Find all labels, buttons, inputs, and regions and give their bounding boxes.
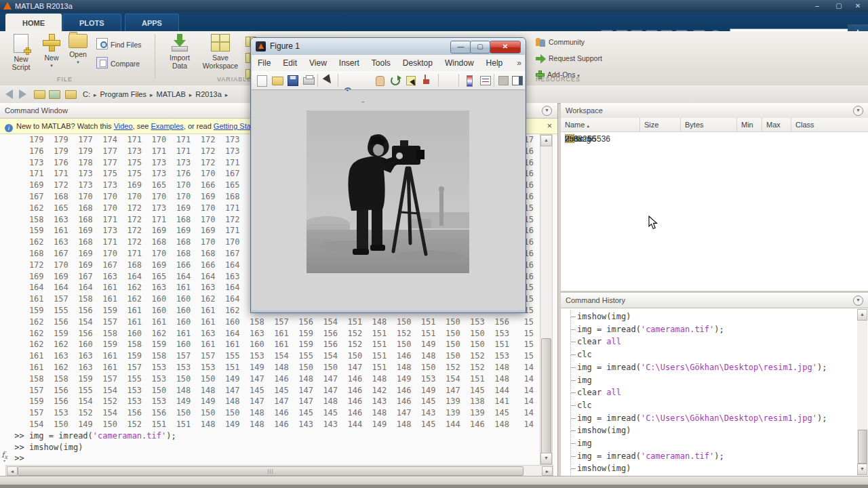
history-item[interactable]: img bbox=[577, 437, 855, 450]
history-item[interactable]: img bbox=[577, 374, 855, 387]
command-history-scrollbar[interactable]: ▲ ▼ bbox=[857, 309, 867, 475]
rotate-3d-icon[interactable] bbox=[389, 75, 401, 86]
scrollbar-thumb[interactable]: ||| bbox=[18, 466, 524, 476]
workspace-column-name[interactable]: Name ▴ bbox=[561, 118, 640, 131]
browse-folder-icon[interactable] bbox=[49, 90, 60, 99]
history-item[interactable]: clear all bbox=[577, 386, 855, 399]
history-item[interactable]: imshow(img) bbox=[577, 424, 855, 437]
insert-colorbar-icon[interactable] bbox=[463, 75, 475, 86]
history-item[interactable]: imshow(img) bbox=[577, 462, 855, 475]
figure-minimize-button[interactable]: — bbox=[450, 41, 471, 54]
scroll-right-icon[interactable]: ► bbox=[542, 466, 553, 476]
new-figure-icon[interactable] bbox=[256, 75, 267, 86]
history-item[interactable]: img = imread('cameraman.tif'); bbox=[577, 323, 855, 336]
figure-menu-view[interactable]: View bbox=[303, 55, 333, 71]
tab-apps[interactable]: APPS bbox=[125, 14, 179, 32]
workspace-column-min[interactable]: Min bbox=[737, 118, 762, 131]
open-file-icon[interactable] bbox=[271, 75, 283, 86]
figure-menu-help[interactable]: Help bbox=[480, 55, 509, 71]
history-item[interactable]: clc bbox=[577, 348, 855, 361]
figure-menu-tools[interactable]: Tools bbox=[366, 55, 397, 71]
workspace-column-size[interactable]: Size bbox=[640, 118, 681, 131]
data-cursor-icon[interactable] bbox=[405, 75, 416, 86]
scroll-down-icon[interactable]: ▼ bbox=[540, 453, 552, 464]
forward-arrow-icon[interactable] bbox=[19, 89, 26, 99]
breadcrumb-separator: ▸ bbox=[150, 92, 153, 98]
pan-icon[interactable] bbox=[374, 75, 385, 86]
history-item[interactable]: img = imread('cameraman.tif'); bbox=[577, 450, 855, 463]
print-figure-icon[interactable] bbox=[302, 75, 314, 86]
tab-home[interactable]: HOME bbox=[5, 14, 62, 32]
panel-menu-icon[interactable]: ▼ bbox=[853, 106, 863, 116]
history-item[interactable]: img = imread('C:\Users\Gökhan\Desktop\re… bbox=[577, 412, 855, 425]
figure-close-button[interactable]: ✕ bbox=[490, 41, 521, 54]
fx-function-hint-icon[interactable]: fx▾ bbox=[1, 450, 7, 463]
command-window-vertical-scrollbar[interactable]: ▲ ▼ bbox=[540, 134, 553, 465]
compare-button[interactable]: Compare bbox=[96, 57, 140, 69]
request-support-icon bbox=[536, 54, 546, 63]
command-history-header[interactable]: Command History ▼ bbox=[561, 293, 868, 308]
tab-plots[interactable]: PLOTS bbox=[62, 14, 121, 32]
toolbar-separator bbox=[458, 74, 459, 87]
window-minimize-button[interactable]: – bbox=[808, 1, 826, 11]
save-figure-icon[interactable] bbox=[287, 75, 298, 86]
brush-icon[interactable] bbox=[420, 75, 432, 86]
banner-close-icon[interactable]: × bbox=[547, 119, 552, 134]
edit-plot-icon[interactable] bbox=[322, 75, 334, 86]
figure-menu-insert[interactable]: Insert bbox=[333, 55, 366, 71]
history-item[interactable]: img = imread('C:\Users\Gökhan\Desktop\re… bbox=[577, 361, 855, 374]
breadcrumb-item[interactable]: R2013a bbox=[195, 90, 222, 98]
open-button[interactable]: Open▾ bbox=[65, 34, 91, 66]
figure-title-bar[interactable]: Figure 1 — ▢ ✕ bbox=[251, 38, 526, 55]
insert-legend-icon[interactable] bbox=[479, 75, 490, 86]
save-workspace-icon bbox=[211, 34, 230, 52]
info-icon: i bbox=[5, 124, 13, 132]
workspace-column-max[interactable]: Max bbox=[762, 118, 791, 131]
community-button[interactable]: Community bbox=[536, 37, 585, 49]
scroll-down-icon[interactable]: ▼ bbox=[857, 464, 867, 475]
figure-menu-window[interactable]: Window bbox=[439, 55, 480, 71]
figure-menu-file[interactable]: File bbox=[252, 55, 277, 71]
scroll-left-icon[interactable]: ◄ bbox=[7, 466, 18, 476]
window-maximize-button[interactable]: ▢ bbox=[830, 1, 848, 11]
new-script-button[interactable]: NewScript bbox=[5, 34, 37, 71]
save-workspace-button[interactable]: SaveWorkspace bbox=[199, 34, 241, 70]
breadcrumb: C:▸Program Files▸MATLAB▸R2013a▸ bbox=[81, 85, 230, 104]
cameraman-image bbox=[307, 110, 469, 273]
toolbar-separator bbox=[317, 74, 318, 87]
request-support-button[interactable]: Request Support bbox=[536, 53, 602, 65]
breadcrumb-item[interactable]: Program Files bbox=[100, 90, 146, 98]
history-item[interactable]: clear all bbox=[577, 336, 855, 348]
matlab-logo-icon bbox=[3, 2, 12, 9]
workspace-variable-row[interactable]: img256x256655367253uint8 bbox=[561, 133, 868, 145]
find-files-button[interactable]: Find Files bbox=[96, 38, 142, 50]
scroll-up-icon[interactable]: ▲ bbox=[540, 135, 552, 146]
hide-plot-tools-icon[interactable] bbox=[497, 75, 509, 86]
breadcrumb-item[interactable]: MATLAB bbox=[157, 90, 186, 98]
scrollbar-thumb[interactable] bbox=[541, 338, 551, 453]
window-close-button[interactable]: ✕ bbox=[849, 1, 867, 11]
history-item[interactable]: imshow(img) bbox=[577, 310, 855, 323]
figure-maximize-button[interactable]: ▢ bbox=[470, 41, 490, 54]
panel-menu-icon[interactable]: ▼ bbox=[542, 106, 552, 116]
up-folder-icon[interactable] bbox=[34, 90, 45, 99]
breadcrumb-item[interactable]: C: bbox=[83, 90, 90, 98]
workspace-column-headers: Name ▴SizeBytesMinMaxClass bbox=[561, 118, 868, 132]
workspace-column-class[interactable]: Class bbox=[791, 118, 868, 131]
workspace-header[interactable]: Workspace ▼ bbox=[561, 103, 868, 119]
sort-arrow-icon: ▴ bbox=[587, 123, 589, 128]
workspace-column-bytes[interactable]: Bytes bbox=[681, 118, 737, 131]
examples-link[interactable]: Examples bbox=[151, 122, 184, 130]
new-button[interactable]: New▾ bbox=[39, 34, 64, 70]
scroll-up-icon[interactable]: ▲ bbox=[857, 309, 867, 321]
show-plot-tools-icon[interactable] bbox=[511, 75, 522, 86]
history-item[interactable]: clc bbox=[577, 399, 855, 412]
menu-overflow-chevron[interactable]: » bbox=[517, 55, 521, 71]
video-link[interactable]: Video bbox=[114, 122, 133, 130]
figure-menu-desktop[interactable]: Desktop bbox=[397, 55, 439, 71]
import-data-button[interactable]: ImportData bbox=[163, 34, 197, 70]
scrollbar-thumb[interactable] bbox=[858, 430, 867, 464]
figure-menu-edit[interactable]: Edit bbox=[277, 55, 303, 71]
back-arrow-icon[interactable] bbox=[5, 89, 13, 99]
panel-menu-icon[interactable]: ▼ bbox=[853, 296, 863, 306]
